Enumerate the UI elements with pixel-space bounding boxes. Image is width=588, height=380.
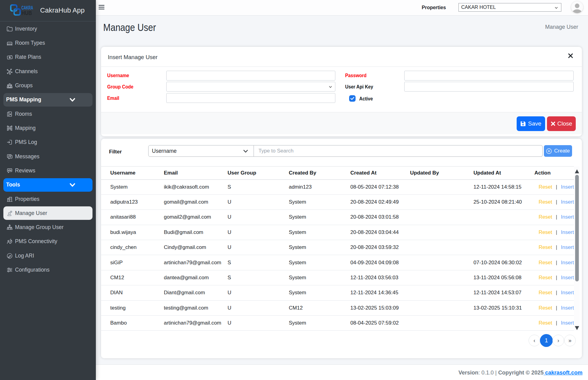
svg-text:HUB: HUB [21,10,32,16]
